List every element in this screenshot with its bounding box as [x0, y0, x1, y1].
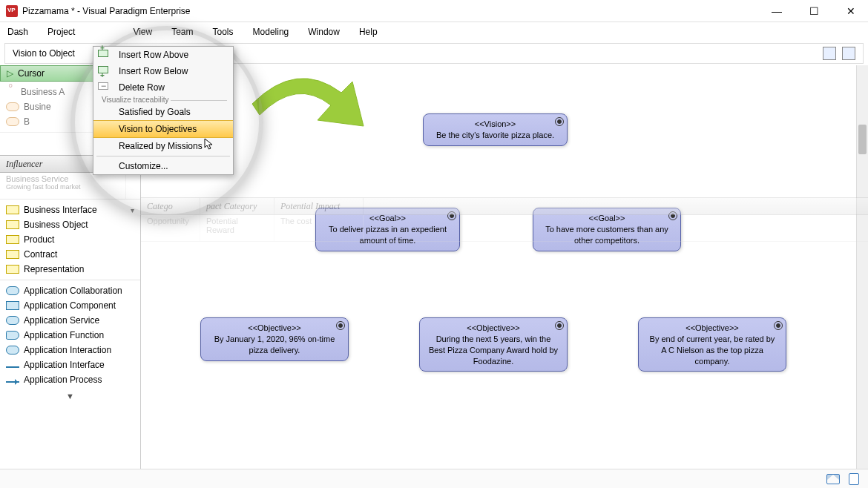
pal-product[interactable]: Product [0, 232, 140, 247]
node-objective-1[interactable]: <<Objective>> By January 1, 2020, 96% on… [200, 317, 349, 361]
delete-row-icon [98, 82, 111, 92]
doc-icon[interactable] [849, 473, 859, 485]
table-header-ext: Catego pact Category Potential Impact [141, 197, 868, 215]
pal-app-collaboration[interactable]: Application Collaboration [0, 283, 140, 298]
menu-insert-row-below[interactable]: Insert Row Below [93, 63, 233, 79]
menu-window[interactable]: Window [308, 27, 340, 37]
menu-vision-to-objectives[interactable]: Vision to Objectives [93, 120, 233, 138]
insert-below-icon [98, 65, 111, 76]
menu-separator [96, 156, 230, 156]
node-objective-3[interactable]: <<Objective>> By end of current year, be… [638, 317, 786, 372]
rect-icon [6, 250, 19, 259]
node-objective-2[interactable]: <<Objective>> During the next 5 years, w… [419, 317, 568, 372]
arrow-icon [6, 381, 19, 383]
oval-icon [6, 117, 19, 126]
insert-above-icon [98, 49, 111, 59]
rect-icon [6, 235, 19, 244]
minimize-button[interactable]: — [766, 5, 788, 17]
app-logo-icon [6, 5, 18, 17]
menu-realized-by-missions[interactable]: Realized by Missions [93, 138, 233, 154]
oval-icon [6, 316, 19, 325]
pal-app-component[interactable]: Application Component [0, 298, 140, 313]
toolbar-icon-1[interactable] [823, 47, 836, 60]
close-button[interactable]: ✕ [840, 5, 862, 17]
oval-icon [6, 102, 19, 111]
pal-representation[interactable]: Representation [0, 262, 140, 277]
diagram-canvas[interactable]: Catego pact Category Potential Impact Op… [141, 65, 868, 469]
oval-icon [6, 331, 19, 340]
rect-icon [6, 301, 19, 310]
rect-icon [6, 220, 19, 229]
menu-help[interactable]: Help [359, 27, 378, 37]
oval-icon [6, 286, 19, 295]
menu-dash[interactable]: Dash [7, 27, 28, 37]
node-marker-icon [555, 117, 564, 126]
actor-icon [6, 87, 16, 97]
oval-icon [6, 346, 19, 355]
context-menu: Insert Row Above Insert Row Below Delete… [93, 46, 234, 175]
mail-icon[interactable] [826, 474, 840, 484]
menu-satisfied-by-goals[interactable]: Satisfied by Goals [93, 104, 233, 120]
status-bar [0, 469, 868, 488]
toolbar-icon-2[interactable] [842, 47, 855, 60]
pal-app-service[interactable]: Application Service [0, 313, 140, 328]
node-marker-icon [774, 321, 783, 330]
window-title: Pizzamama * - Visual Paradigm Enterprise [22, 6, 191, 16]
rect-icon [6, 265, 19, 274]
vertical-scrollbar[interactable] [856, 65, 868, 469]
maximize-button[interactable]: ☐ [803, 5, 825, 17]
breadcrumb-text[interactable]: Vision to Object [13, 48, 75, 59]
menu-delete-row[interactable]: Delete Row [93, 79, 233, 96]
titlebar: Pizzamama * - Visual Paradigm Enterprise… [0, 0, 868, 22]
scrollbar-thumb[interactable] [858, 125, 867, 154]
cursor-label: Cursor [18, 68, 45, 79]
node-marker-icon [336, 321, 345, 330]
rect-icon [6, 205, 19, 214]
menu-project[interactable]: Project [47, 27, 75, 37]
line-icon [6, 366, 19, 368]
menu-bar: Dash Project View Team Tools Modeling Wi… [0, 22, 868, 42]
palette-scroll-down[interactable]: ▼ [0, 390, 140, 402]
pal-app-function[interactable]: Application Function [0, 328, 140, 343]
menu-team[interactable]: Team [171, 27, 193, 37]
pal-business-interface[interactable]: Business Interface▾ [0, 202, 140, 217]
pal-app-interaction[interactable]: Application Interaction [0, 343, 140, 357]
node-vision[interactable]: <<Vision>> Be the city's favorite pizza … [423, 113, 568, 146]
pal-contract[interactable]: Contract [0, 247, 140, 262]
menu-view[interactable]: View [133, 27, 152, 37]
table-row[interactable]: Business Service Growing fast food marke… [0, 173, 140, 200]
menu-insert-row-above[interactable]: Insert Row Above [93, 47, 233, 63]
menu-customize[interactable]: Customize... [93, 158, 233, 174]
pal-business-object[interactable]: Business Object [0, 217, 140, 232]
pal-app-process[interactable]: Application Process [0, 372, 140, 387]
node-marker-icon [555, 321, 564, 330]
pal-app-interface[interactable]: Application Interface [0, 357, 140, 372]
menu-tools[interactable]: Tools [213, 27, 234, 37]
menu-group-label: Visualize traceability [93, 96, 233, 104]
table-row-ext: Opportunity Potential Reward The cost [141, 215, 868, 242]
menu-modeling[interactable]: Modeling [253, 27, 289, 37]
